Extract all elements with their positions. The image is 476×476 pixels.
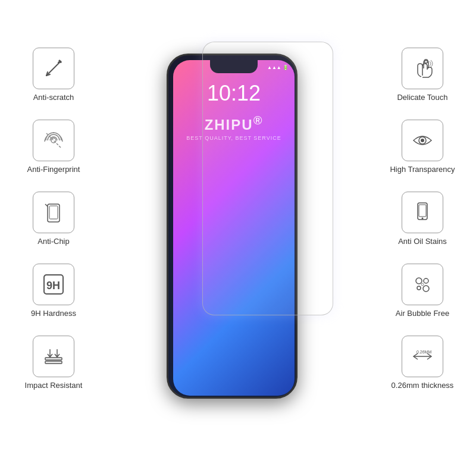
svg-text:9H: 9H — [46, 280, 60, 292]
chip-icon — [42, 201, 65, 224]
svg-line-0 — [46, 61, 61, 76]
svg-point-23 — [424, 278, 428, 283]
feature-anti-oil: Anti Oil Stains — [375, 192, 470, 246]
svg-point-24 — [417, 286, 421, 290]
feature-impact: Impact Resistant — [6, 336, 101, 390]
svg-line-7 — [46, 133, 61, 148]
impact-label: Impact Resistant — [25, 381, 83, 390]
9h-hardness-icon: 9H — [42, 273, 65, 296]
main-container: Anti-scratch Anti-Fingerprint — [0, 0, 476, 476]
anti-chip-icon-box — [33, 192, 74, 233]
bubble-icon — [411, 273, 434, 296]
svg-rect-12 — [45, 358, 62, 360]
phone-wrapper: ▲▲▲ 🔋 10:12 ZHIPU® BEST QUALITY, BEST SE… — [167, 54, 309, 422]
anti-scratch-label: Anti-scratch — [33, 93, 74, 102]
svg-point-22 — [416, 278, 422, 284]
air-bubble-icon-box — [402, 264, 443, 305]
svg-point-26 — [421, 283, 424, 286]
svg-text:0.26MM: 0.26MM — [416, 350, 431, 354]
anti-fingerprint-icon-box — [33, 120, 74, 161]
anti-fingerprint-label: Anti-Fingerprint — [27, 165, 80, 174]
anti-scratch-icon-box — [33, 48, 74, 89]
feature-delicate-touch: Delicate Touch — [375, 48, 470, 102]
left-features: Anti-scratch Anti-Fingerprint — [6, 48, 101, 390]
anti-chip-label: Anti-Chip — [37, 237, 69, 246]
svg-point-21 — [422, 218, 424, 220]
thickness-icon: 0.26MM — [411, 345, 434, 368]
high-transparency-label: High Transparency — [390, 165, 455, 174]
svg-rect-20 — [419, 205, 426, 217]
impact-icon — [42, 345, 65, 368]
anti-oil-label: Anti Oil Stains — [398, 237, 447, 246]
feature-air-bubble: Air Bubble Free — [375, 264, 470, 318]
feature-anti-chip: Anti-Chip — [6, 192, 101, 246]
svg-rect-9 — [49, 206, 58, 219]
feature-anti-scratch: Anti-scratch — [6, 48, 101, 102]
svg-point-25 — [423, 286, 429, 292]
feature-high-transparency: High Transparency — [375, 120, 470, 174]
delicate-touch-icon-box — [402, 48, 443, 89]
impact-icon-box — [33, 336, 74, 377]
feature-9h: 9H 9H Hardness — [6, 264, 101, 318]
eye-icon — [411, 129, 434, 152]
9h-label: 9H Hardness — [31, 309, 76, 318]
anti-oil-icon-box — [402, 192, 443, 233]
high-transparency-icon-box — [402, 120, 443, 161]
anti-oil-icon — [411, 201, 434, 224]
thickness-icon-box: 0.26MM — [402, 336, 443, 377]
svg-point-18 — [421, 139, 424, 142]
scratch-icon — [42, 57, 65, 80]
glass-protector — [202, 42, 333, 315]
touch-icon — [411, 57, 434, 80]
fingerprint-icon — [42, 129, 65, 152]
feature-thickness: 0.26MM 0.26mm thickness — [375, 336, 470, 390]
delicate-touch-label: Delicate Touch — [397, 93, 447, 102]
thickness-label: 0.26mm thickness — [392, 381, 454, 390]
svg-rect-13 — [45, 361, 62, 364]
right-features: Delicate Touch High Transparency — [375, 48, 470, 390]
feature-anti-fingerprint: Anti-Fingerprint — [6, 120, 101, 174]
9h-icon-box: 9H — [33, 264, 74, 305]
air-bubble-label: Air Bubble Free — [396, 309, 449, 318]
